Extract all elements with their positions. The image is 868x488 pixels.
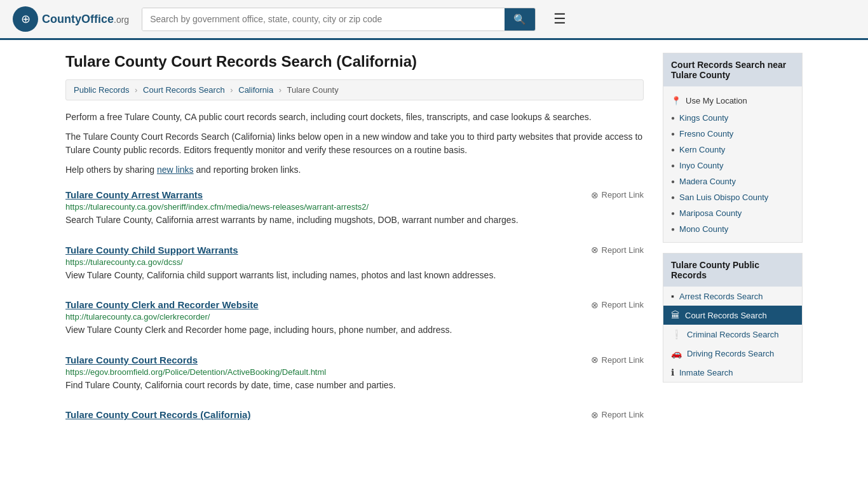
result-desc-2: View Tulare County Clerk and Recorder ho… <box>65 324 644 337</box>
public-records-list: ▪ Arrest Records Search 🏛 Court Records … <box>663 287 802 382</box>
record-icon-0: ▪ <box>671 291 674 301</box>
nearby-county-0[interactable]: ●Kings County <box>663 110 802 126</box>
description-para2: The Tulare County Court Records Search (… <box>65 130 644 157</box>
report-icon: ⊗ <box>591 300 599 310</box>
county-label: Kings County <box>679 113 728 123</box>
report-label: Report Link <box>602 245 644 255</box>
public-record-item-4[interactable]: ℹ Inmate Search <box>663 363 802 382</box>
report-icon: ⊗ <box>591 190 599 200</box>
nearby-header: Court Records Search near Tulare County <box>663 53 802 86</box>
public-record-link-3[interactable]: Driving Records Search <box>687 349 774 358</box>
report-icon: ⊗ <box>591 355 599 365</box>
public-records-header: Tulare County Public Records <box>663 254 802 287</box>
use-location-label: Use My Location <box>686 96 747 105</box>
result-link-2[interactable]: Tulare County Clerk and Recorder Website <box>65 299 259 310</box>
dot-icon: ● <box>671 130 675 137</box>
search-bar: 🔍 <box>142 8 536 31</box>
report-label: Report Link <box>602 300 644 309</box>
breadcrumb: Public Records › Court Records Search › … <box>65 79 644 100</box>
dot-icon: ● <box>671 210 675 217</box>
result-title-row: Tulare County Court Records ⊗ Report Lin… <box>65 355 644 365</box>
result-url-2: http://tularecounty.ca.gov/clerkrecorder… <box>65 312 644 322</box>
result-item: Tulare County Arrest Warrants ⊗ Report L… <box>65 189 644 232</box>
result-title-row: Tulare County Arrest Warrants ⊗ Report L… <box>65 189 644 200</box>
dot-icon: ● <box>671 226 675 233</box>
nearby-county-4[interactable]: ●Madera County <box>663 173 802 189</box>
county-label: Madera County <box>679 177 736 186</box>
nearby-county-1[interactable]: ●Fresno County <box>663 126 802 142</box>
public-record-item-3[interactable]: 🚗 Driving Records Search <box>663 344 802 363</box>
result-title-row: Tulare County Child Support Warrants ⊗ R… <box>65 245 644 255</box>
report-link-btn-4[interactable]: ⊗ Report Link <box>591 410 644 420</box>
report-label: Report Link <box>602 410 644 419</box>
dot-icon: ● <box>671 114 675 121</box>
public-record-item-0[interactable]: ▪ Arrest Records Search <box>663 287 802 306</box>
search-button[interactable]: 🔍 <box>505 8 535 30</box>
report-link-btn-1[interactable]: ⊗ Report Link <box>591 245 644 255</box>
result-item: Tulare County Court Records ⊗ Report Lin… <box>65 355 644 397</box>
breadcrumb-current: Tulare County <box>287 85 339 95</box>
result-link-0[interactable]: Tulare County Arrest Warrants <box>65 189 203 200</box>
report-link-btn-2[interactable]: ⊗ Report Link <box>591 300 644 310</box>
nearby-county-3[interactable]: ●Inyo County <box>663 158 802 173</box>
public-record-link-0[interactable]: Arrest Records Search <box>679 292 763 301</box>
result-item: Tulare County Court Records (California)… <box>65 409 644 427</box>
result-desc-0: Search Tulare County, California arrest … <box>65 214 644 227</box>
result-url-1: https://tularecounty.ca.gov/dcss/ <box>65 257 644 267</box>
county-label: Inyo County <box>679 161 723 170</box>
result-link-1[interactable]: Tulare County Child Support Warrants <box>65 245 238 255</box>
county-label: Fresno County <box>679 129 733 139</box>
new-links-link[interactable]: new links <box>157 165 194 175</box>
nearby-county-7[interactable]: ●Mono County <box>663 221 802 237</box>
report-link-btn-0[interactable]: ⊗ Report Link <box>591 190 644 200</box>
use-location[interactable]: 📍 Use My Location <box>663 92 802 110</box>
record-icon-1: 🏛 <box>671 310 680 320</box>
breadcrumb-court-records[interactable]: Court Records Search <box>143 85 225 95</box>
logo-text: CountyOffice.org <box>42 13 129 26</box>
county-label: Mono County <box>679 224 728 234</box>
report-icon: ⊗ <box>591 410 599 420</box>
record-icon-2: ❕ <box>671 329 682 339</box>
nearby-county-5[interactable]: ●San Luis Obispo County <box>663 189 802 205</box>
nearby-county-6[interactable]: ●Mariposa County <box>663 205 802 221</box>
main-container: Tulare County Court Records Search (Cali… <box>53 40 815 440</box>
record-icon-3: 🚗 <box>671 348 682 358</box>
nearby-content: 📍 Use My Location ●Kings County●Fresno C… <box>663 86 802 242</box>
site-header: ⊕ CountyOffice.org 🔍 ☰ <box>0 0 868 40</box>
result-desc-1: View Tulare County, California child sup… <box>65 269 644 282</box>
public-record-link-4[interactable]: Inmate Search <box>679 368 733 377</box>
dot-icon: ● <box>671 146 675 153</box>
nearby-counties-list: ●Kings County●Fresno County●Kern County●… <box>663 110 802 237</box>
logo-icon: ⊕ <box>13 6 38 32</box>
report-link-btn-3[interactable]: ⊗ Report Link <box>591 355 644 365</box>
result-title-row: Tulare County Clerk and Recorder Website… <box>65 299 644 310</box>
content-area: Tulare County Court Records Search (Cali… <box>65 53 644 427</box>
public-records-section: Tulare County Public Records ▪ Arrest Re… <box>663 253 803 383</box>
dot-icon: ● <box>671 194 675 201</box>
pin-icon: 📍 <box>671 96 681 105</box>
nearby-county-2[interactable]: ●Kern County <box>663 142 802 158</box>
public-record-link-1[interactable]: Court Records Search <box>685 311 767 320</box>
public-record-link-2[interactable]: Criminal Records Search <box>687 330 779 339</box>
public-record-item-2[interactable]: ❕ Criminal Records Search <box>663 325 802 344</box>
sidebar: Court Records Search near Tulare County … <box>663 53 803 427</box>
search-input[interactable] <box>142 8 505 30</box>
dot-icon: ● <box>671 178 675 185</box>
result-link-3[interactable]: Tulare County Court Records <box>65 355 198 365</box>
dot-icon: ● <box>671 162 675 169</box>
public-record-item-1[interactable]: 🏛 Court Records Search <box>663 306 802 325</box>
result-url-3: https://egov.broomfield.org/Police/Deten… <box>65 367 644 377</box>
menu-button[interactable]: ☰ <box>548 8 571 30</box>
results-container: Tulare County Arrest Warrants ⊗ Report L… <box>65 189 644 427</box>
breadcrumb-public-records[interactable]: Public Records <box>74 85 129 95</box>
county-label: Mariposa County <box>679 208 742 218</box>
breadcrumb-california[interactable]: California <box>238 85 273 95</box>
result-item: Tulare County Clerk and Recorder Website… <box>65 299 644 342</box>
result-link-4[interactable]: Tulare County Court Records (California) <box>65 409 250 420</box>
page-title: Tulare County Court Records Search (Cali… <box>65 53 644 71</box>
result-item: Tulare County Child Support Warrants ⊗ R… <box>65 245 644 287</box>
county-label: Kern County <box>679 145 725 154</box>
nearby-section: Court Records Search near Tulare County … <box>663 53 803 243</box>
county-label: San Luis Obispo County <box>679 193 768 202</box>
site-logo[interactable]: ⊕ CountyOffice.org <box>13 6 129 32</box>
